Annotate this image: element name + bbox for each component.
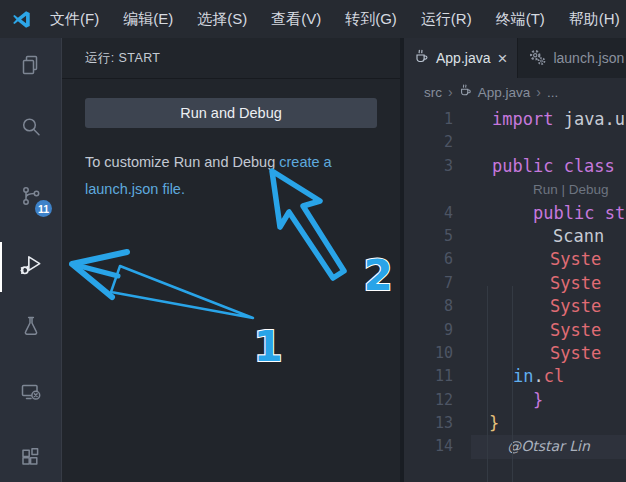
menu-item-go[interactable]: 转到(G)	[333, 0, 409, 38]
code-token: }	[533, 389, 543, 412]
code-line: 11in.cl	[404, 365, 626, 388]
indent-guide	[487, 286, 488, 482]
customize-hint: To customize Run and Debug create a laun…	[85, 149, 377, 203]
source-control-icon[interactable]: 11	[13, 178, 49, 214]
code-token: java.u	[553, 109, 625, 129]
code-line: 4public st	[404, 202, 626, 225]
code-token: .	[533, 366, 543, 386]
close-icon[interactable]: ×	[497, 50, 507, 67]
breadcrumb-file[interactable]: App.java	[478, 85, 531, 100]
code-token: Syste	[550, 342, 601, 365]
code-line: 1import java.u	[404, 108, 626, 131]
code-line: 13}	[404, 412, 626, 435]
vscode-logo-icon	[11, 9, 32, 30]
line-number: 2	[404, 131, 453, 154]
line-number: 11	[404, 365, 453, 388]
tab-launch-json[interactable]: launch.json	[518, 38, 626, 78]
hint-text: To customize Run and Debug	[85, 154, 275, 170]
code-token: Scann	[553, 225, 604, 248]
breadcrumb-src[interactable]: src	[424, 85, 442, 100]
code-line: 5Scann	[404, 225, 626, 248]
line-number	[404, 178, 453, 201]
menu-item-selection[interactable]: 选择(S)	[185, 0, 259, 38]
menu-item-view[interactable]: 查看(V)	[259, 0, 333, 38]
run-debug-icon[interactable]	[13, 247, 49, 283]
java-file-icon	[414, 49, 429, 67]
code-token: public class	[492, 155, 615, 178]
code-line: 8Syste	[404, 295, 626, 318]
line-number: 6	[404, 248, 453, 271]
menu-item-terminal[interactable]: 终端(T)	[484, 0, 557, 38]
line-number: 7	[404, 272, 453, 295]
code-line: 9Syste	[404, 319, 626, 342]
code-line: 10Syste	[404, 342, 626, 365]
scm-badge: 11	[35, 200, 52, 217]
line-number: 9	[404, 319, 453, 342]
explorer-icon[interactable]	[13, 47, 49, 83]
line-number: 1	[404, 108, 453, 131]
code-token: in	[513, 366, 533, 386]
search-icon[interactable]	[13, 109, 49, 145]
java-file-icon	[459, 84, 472, 100]
menu-item-run[interactable]: 运行(R)	[409, 0, 484, 38]
active-view-indicator	[0, 242, 2, 292]
activity-bar: 11	[0, 38, 62, 482]
menu-bar: 文件(F) 编辑(E) 选择(S) 查看(V) 转到(G) 运行(R) 终端(T…	[0, 0, 626, 38]
vscode-window: 文件(F) 编辑(E) 选择(S) 查看(V) 转到(G) 运行(R) 终端(T…	[0, 0, 626, 482]
code-token: Syste	[550, 248, 601, 271]
line-number: 14	[404, 435, 453, 458]
line-number: 13	[404, 412, 453, 435]
line-number: 12	[404, 389, 453, 412]
line-number: 3	[404, 155, 453, 178]
panel-title: 运行: START	[62, 38, 400, 78]
code-token: import	[492, 109, 553, 129]
code-line: 3public class	[404, 155, 626, 178]
code-line: 7Syste	[404, 272, 626, 295]
watermark: @Otstar Lin	[471, 435, 626, 458]
breadcrumb-more[interactable]: ...	[547, 85, 558, 100]
tab-bar: App.java × launch.json	[404, 38, 626, 78]
code-line: 2	[404, 131, 626, 154]
breadcrumb: src › App.java › ...	[404, 78, 626, 106]
extensions-icon[interactable]	[13, 440, 49, 476]
menu-item-file[interactable]: 文件(F)	[38, 0, 111, 38]
menu-item-help[interactable]: 帮助(H)	[557, 0, 626, 38]
indent-guide	[512, 286, 513, 482]
run-and-debug-button[interactable]: Run and Debug	[85, 98, 377, 128]
remote-explorer-icon[interactable]	[13, 374, 49, 410]
code-token: Syste	[550, 295, 601, 318]
sidebar-editor-divider[interactable]	[400, 38, 404, 482]
tab-label: launch.json	[553, 50, 624, 66]
chevron-right-icon: ›	[536, 84, 541, 100]
chevron-right-icon: ›	[448, 84, 453, 100]
tab-label: App.java	[436, 50, 490, 66]
line-number: 8	[404, 295, 453, 318]
code-token: Syste	[550, 319, 601, 342]
run-debug-panel: 运行: START Run and Debug To customize Run…	[62, 38, 400, 482]
codelens-run-debug[interactable]: Run | Debug	[533, 178, 609, 201]
code-line: 12}	[404, 389, 626, 412]
panel-body: Run and Debug To customize Run and Debug…	[62, 78, 400, 203]
codelens-row: Run | Debug	[404, 178, 626, 201]
line-number: 4	[404, 202, 453, 225]
code-token: cl	[544, 366, 564, 386]
code-token: public st	[533, 202, 625, 225]
line-number: 10	[404, 342, 453, 365]
menu-item-edit[interactable]: 编辑(E)	[111, 0, 185, 38]
editor-group: App.java × launch.json src ›	[404, 38, 626, 482]
code-area[interactable]: 1import java.u 2 3public class Run | Deb…	[404, 106, 626, 459]
code-line: 14@Otstar Lin	[404, 435, 626, 458]
line-number: 5	[404, 225, 453, 248]
gear-icon	[528, 48, 546, 69]
testing-icon[interactable]	[13, 308, 49, 344]
tab-app-java[interactable]: App.java ×	[404, 38, 518, 78]
code-token: Syste	[550, 272, 601, 295]
code-line: 6Syste	[404, 248, 626, 271]
code-token: }	[489, 412, 499, 435]
